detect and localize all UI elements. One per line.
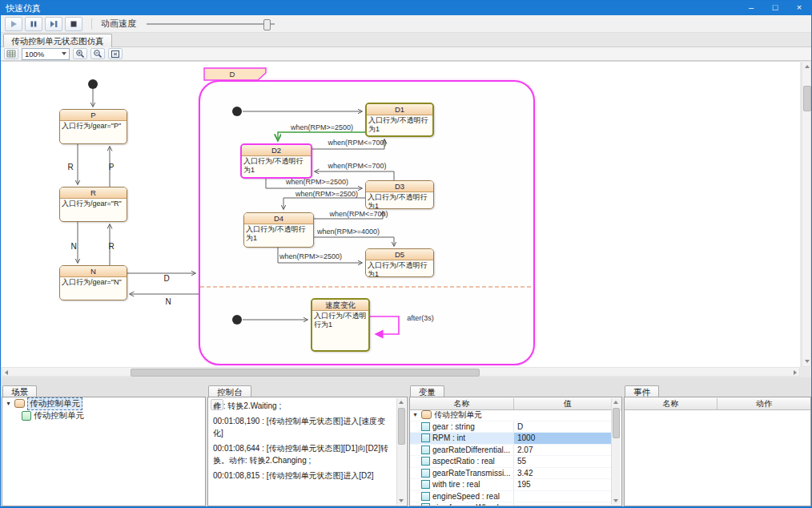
scrollbar-thumb[interactable]	[803, 86, 811, 111]
collapse-icon[interactable]: ▾	[5, 400, 12, 407]
bottom-panels: 场景 ▾ 传动控制单元 传动控制单元 控制台	[1, 384, 811, 506]
stop-button[interactable]	[65, 17, 82, 31]
scroll-right-icon[interactable]	[794, 370, 797, 375]
state-R[interactable]: R 入口行为/gear="R"	[59, 187, 127, 222]
state-speed-change[interactable]: 速度变化 入口行为/不透明行为1	[311, 298, 370, 352]
state-body: 入口行为/不透明行为1	[367, 115, 432, 135]
state-D4[interactable]: D4 入口行为/不透明行为1	[243, 212, 314, 248]
variable-value[interactable]	[514, 502, 611, 506]
panel-splitter[interactable]	[1, 377, 811, 384]
slider-thumb[interactable]	[263, 19, 271, 30]
minimize-button[interactable]: –	[739, 1, 763, 15]
tab-statechart-simulation[interactable]: 传动控制单元状态图仿真	[3, 34, 112, 47]
console-scrollbar[interactable]	[396, 398, 406, 505]
transition-label: when(RPM>=4000)	[317, 228, 380, 236]
animation-speed-slider[interactable]	[147, 18, 275, 30]
variables-rows: ▾ 传动控制单元 gear : string D RPM : int 1000 …	[410, 409, 611, 506]
diagram-canvas[interactable]: D	[2, 61, 800, 367]
console-line: 00:01:08,644 : [传动控制单元状态图][D1]向[D2]转换。动作…	[213, 442, 395, 466]
tree-item-root[interactable]: ▾ 传动控制单元	[2, 397, 205, 409]
variables-scrollbar[interactable]	[611, 398, 621, 505]
state-D3[interactable]: D3 入口行为/不透明行为1	[365, 180, 434, 209]
canvas-vertical-scrollbar[interactable]	[802, 61, 811, 367]
tree-item-child[interactable]: 传动控制单元	[2, 409, 205, 421]
variable-value[interactable]: 55	[514, 456, 611, 467]
variable-row[interactable]: with tire : real 195	[410, 479, 611, 491]
tree-item-label: 传动控制单元	[27, 397, 82, 410]
variables-header: 名称 值	[410, 397, 621, 410]
variable-row[interactable]: gearRateDifferential... 2.07	[410, 445, 611, 457]
scrollbar-thumb[interactable]	[398, 408, 405, 445]
variable-value[interactable]: 1000	[514, 433, 611, 444]
variable-name: circuferenceWheel :...	[432, 503, 510, 506]
variable-name: RPM : int	[432, 433, 465, 442]
zoom-select[interactable]: 100%	[22, 48, 70, 60]
column-header-name[interactable]: 名称	[410, 398, 514, 409]
state-D5[interactable]: D5 入口行为/不透明行为1	[365, 248, 434, 277]
variable-value[interactable]: 195	[514, 479, 611, 490]
variable-row[interactable]: gear : string D	[410, 421, 611, 433]
grid-button[interactable]	[4, 48, 18, 59]
scroll-up-icon[interactable]	[613, 401, 618, 404]
scroll-left-icon[interactable]	[5, 370, 8, 375]
pause-icon	[30, 20, 38, 28]
scroll-down-icon[interactable]	[613, 499, 618, 502]
state-title: D5	[366, 249, 433, 260]
events-table: 名称 动作	[624, 397, 811, 506]
console-log[interactable]: 作 : 转换2.Waiting ; 00:01:08,190 : [传动控制单元…	[211, 400, 395, 505]
events-panel: 事件 名称 动作	[624, 384, 811, 506]
variable-value[interactable]: 2.07	[514, 445, 611, 456]
zoom-in-icon	[75, 49, 85, 58]
variable-row[interactable]: circuferenceWheel :...	[410, 502, 611, 506]
run-button[interactable]	[5, 17, 22, 31]
collapse-icon[interactable]: ▾	[412, 411, 419, 418]
state-title: P	[60, 110, 127, 121]
scroll-up-icon[interactable]	[399, 401, 404, 404]
scene-panel: 场景 ▾ 传动控制单元 传动控制单元	[2, 384, 206, 506]
scrollbar-thumb[interactable]	[613, 408, 620, 438]
variable-group-row[interactable]: ▾ 传动控制单元	[410, 409, 611, 421]
statechart-icon	[421, 410, 432, 419]
variable-icon	[421, 457, 430, 466]
pause-button[interactable]	[25, 17, 42, 31]
scene-tree[interactable]: ▾ 传动控制单元 传动控制单元	[2, 397, 206, 506]
close-button[interactable]: ×	[787, 1, 811, 15]
chevron-down-icon	[62, 52, 66, 55]
canvas-horizontal-scrollbar[interactable]	[2, 367, 800, 377]
variable-icon	[421, 446, 430, 454]
tree-item-label: 传动控制单元	[34, 410, 84, 421]
variable-row[interactable]: aspectRatio : real 55	[410, 456, 611, 468]
variable-value[interactable]: 3.42	[514, 468, 611, 479]
column-header-value[interactable]: 值	[514, 398, 621, 409]
variable-value[interactable]: D	[514, 421, 611, 433]
maximize-button[interactable]: □	[763, 1, 787, 15]
state-D2-active[interactable]: D2 入口行为/不透明行为1	[240, 143, 312, 179]
variable-row-selected[interactable]: RPM : int 1000	[410, 433, 611, 445]
state-title: R	[60, 187, 127, 199]
scroll-up-icon[interactable]	[805, 65, 810, 68]
variables-panel: 变量 名称 值 ▾ 传动控制单元 gear : string D	[409, 384, 622, 506]
column-header-name[interactable]: 名称	[625, 398, 718, 409]
zoom-out-button[interactable]	[90, 48, 105, 59]
transition-label: D	[163, 274, 169, 283]
variable-name: gearRateDifferential...	[432, 446, 510, 454]
zoom-out-icon	[93, 49, 103, 58]
state-P[interactable]: P 入口行为/gear="P"	[59, 109, 127, 144]
variable-icon	[421, 480, 430, 489]
state-N[interactable]: N 入口行为/gear="N"	[59, 265, 127, 300]
simulation-toolbar: 动画速度	[1, 15, 811, 33]
scroll-down-icon[interactable]	[399, 499, 404, 502]
console-line: 00:01:08,190 : [传动控制单元状态图]进入[速度变化]	[213, 415, 395, 439]
variable-row[interactable]: engineSpeed : real	[410, 491, 611, 503]
transition-label: N	[165, 297, 171, 306]
step-button[interactable]	[45, 17, 62, 31]
zoom-in-button[interactable]	[73, 48, 87, 59]
variable-value[interactable]	[514, 491, 611, 502]
state-D1[interactable]: D1 入口行为/不透明行为1	[365, 103, 434, 137]
block-icon	[22, 411, 31, 421]
fit-to-window-button[interactable]	[108, 48, 123, 59]
column-header-action[interactable]: 动作	[718, 398, 810, 409]
scrollbar-thumb[interactable]	[131, 369, 480, 377]
scroll-down-icon[interactable]	[805, 360, 810, 363]
variable-row[interactable]: gearRateTransmissi... 3.42	[410, 468, 611, 480]
